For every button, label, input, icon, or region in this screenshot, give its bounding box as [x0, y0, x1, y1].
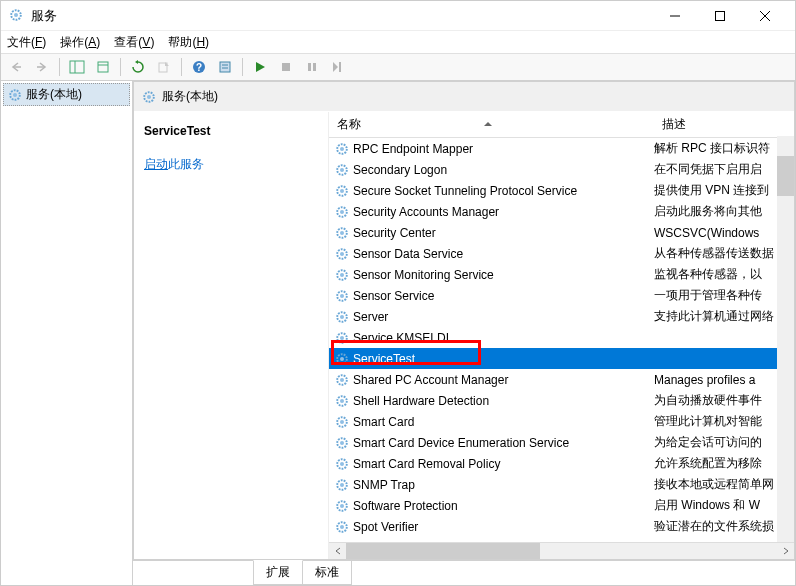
gear-icon [335, 247, 349, 261]
start-service-link[interactable]: 启动 [144, 157, 168, 171]
svg-rect-19 [308, 63, 311, 71]
right-pane: 服务(本地) ServiceTest 启动此服务 名称 描述 [133, 81, 795, 585]
svg-rect-21 [339, 62, 341, 72]
gear-icon [335, 310, 349, 324]
svg-rect-18 [282, 63, 290, 71]
detail-pane: ServiceTest 启动此服务 [134, 112, 329, 559]
scrollbar-thumb[interactable] [777, 156, 794, 196]
service-row[interactable]: RPC Endpoint Mapper解析 RPC 接口标识符 [329, 138, 794, 159]
service-row[interactable]: Smart Card Device Enumeration Service为给定… [329, 432, 794, 453]
service-row[interactable]: Spot Verifier验证潜在的文件系统损 [329, 516, 794, 537]
gear-icon [142, 90, 156, 104]
menu-file[interactable]: 文件(F) [7, 34, 46, 51]
gear-icon [335, 268, 349, 282]
help-button[interactable]: ? [188, 56, 210, 78]
start-service-button[interactable] [249, 56, 271, 78]
service-name: Software Protection [353, 499, 458, 513]
service-row[interactable]: SNMP Trap接收本地或远程简单网 [329, 474, 794, 495]
tree-root-label: 服务(本地) [26, 86, 82, 103]
service-row[interactable]: Smart Card Removal Policy允许系统配置为移除 [329, 453, 794, 474]
service-description: 监视各种传感器，以 [654, 266, 794, 283]
cell-name: Spot Verifier [329, 520, 654, 534]
cell-name: Service KMSELDI [329, 331, 654, 345]
minimize-button[interactable] [652, 2, 697, 30]
service-row[interactable]: Security Accounts Manager启动此服务将向其他 [329, 201, 794, 222]
cell-name: Sensor Monitoring Service [329, 268, 654, 282]
service-row[interactable]: Server支持此计算机通过网络 [329, 306, 794, 327]
service-description: 验证潜在的文件系统损 [654, 518, 794, 535]
cell-name: Sensor Data Service [329, 247, 654, 261]
service-row[interactable]: Sensor Service一项用于管理各种传 [329, 285, 794, 306]
window-title: 服务 [31, 7, 652, 25]
export-button[interactable] [92, 56, 114, 78]
gear-icon [335, 415, 349, 429]
forward-button[interactable] [31, 56, 53, 78]
detail-action: 启动此服务 [144, 156, 318, 173]
gear-icon [335, 499, 349, 513]
service-description: 接收本地或远程简单网 [654, 476, 794, 493]
service-description: 从各种传感器传送数据 [654, 245, 794, 262]
refresh-button[interactable] [127, 56, 149, 78]
service-row[interactable]: ServiceTest [329, 348, 794, 369]
export-list-button[interactable] [153, 56, 175, 78]
service-row[interactable]: Service KMSELDI [329, 327, 794, 348]
service-name: ServiceTest [353, 352, 415, 366]
menu-action[interactable]: 操作(A) [60, 34, 100, 51]
inner-panel: 服务(本地) ServiceTest 启动此服务 名称 描述 [133, 81, 795, 560]
restart-service-button[interactable] [327, 56, 349, 78]
gear-icon [335, 373, 349, 387]
service-row[interactable]: Security CenterWSCSVC(Windows [329, 222, 794, 243]
tab-extended[interactable]: 扩展 [253, 560, 303, 585]
scrollbar-track[interactable] [346, 543, 777, 559]
tab-standard[interactable]: 标准 [302, 561, 352, 585]
scrollbar-thumb[interactable] [346, 543, 540, 559]
cell-name: Secondary Logon [329, 163, 654, 177]
gear-icon [335, 205, 349, 219]
gear-icon [335, 520, 349, 534]
maximize-button[interactable] [697, 2, 742, 30]
pause-service-button[interactable] [301, 56, 323, 78]
column-name[interactable]: 名称 [329, 112, 654, 137]
column-desc[interactable]: 描述 [654, 112, 794, 137]
service-name: Secondary Logon [353, 163, 447, 177]
cell-name: Sensor Service [329, 289, 654, 303]
service-description: 为给定会话可访问的 [654, 434, 794, 451]
service-row[interactable]: Secure Socket Tunneling Protocol Service… [329, 180, 794, 201]
cell-name: Shared PC Account Manager [329, 373, 654, 387]
service-row[interactable]: Sensor Data Service从各种传感器传送数据 [329, 243, 794, 264]
horizontal-scrollbar[interactable] [329, 542, 794, 559]
service-name: Smart Card Device Enumeration Service [353, 436, 569, 450]
gear-icon [335, 163, 349, 177]
list-body[interactable]: RPC Endpoint Mapper解析 RPC 接口标识符Secondary… [329, 138, 794, 542]
menubar: 文件(F) 操作(A) 查看(V) 帮助(H) [1, 31, 795, 53]
menu-help[interactable]: 帮助(H) [168, 34, 209, 51]
service-name: Smart Card Removal Policy [353, 457, 500, 471]
service-name: Shared PC Account Manager [353, 373, 508, 387]
cell-name: Software Protection [329, 499, 654, 513]
back-button[interactable] [5, 56, 27, 78]
tree-root-item[interactable]: 服务(本地) [3, 83, 130, 106]
service-row[interactable]: Smart Card管理此计算机对智能 [329, 411, 794, 432]
scroll-right-button[interactable] [777, 543, 794, 560]
properties-button[interactable] [214, 56, 236, 78]
service-list-pane: 名称 描述 RPC Endpoint Mapper解析 RPC 接口标识符Sec… [329, 112, 794, 559]
close-button[interactable] [742, 2, 787, 30]
svg-text:?: ? [196, 62, 202, 73]
stop-service-button[interactable] [275, 56, 297, 78]
cell-name: RPC Endpoint Mapper [329, 142, 654, 156]
show-hide-tree-button[interactable] [66, 56, 88, 78]
vertical-scrollbar[interactable] [777, 136, 794, 542]
cell-name: Smart Card Device Enumeration Service [329, 436, 654, 450]
service-row[interactable]: Shell Hardware Detection为自动播放硬件事件 [329, 390, 794, 411]
service-description: Manages profiles a [654, 373, 794, 387]
gear-icon [335, 436, 349, 450]
service-row[interactable]: Software Protection启用 Windows 和 W [329, 495, 794, 516]
service-row[interactable]: Shared PC Account ManagerManages profile… [329, 369, 794, 390]
service-description: 允许系统配置为移除 [654, 455, 794, 472]
service-row[interactable]: Secondary Logon在不同凭据下启用启 [329, 159, 794, 180]
scroll-left-button[interactable] [329, 543, 346, 560]
service-row[interactable]: Sensor Monitoring Service监视各种传感器，以 [329, 264, 794, 285]
cell-name: Smart Card [329, 415, 654, 429]
service-name: RPC Endpoint Mapper [353, 142, 473, 156]
menu-view[interactable]: 查看(V) [114, 34, 154, 51]
